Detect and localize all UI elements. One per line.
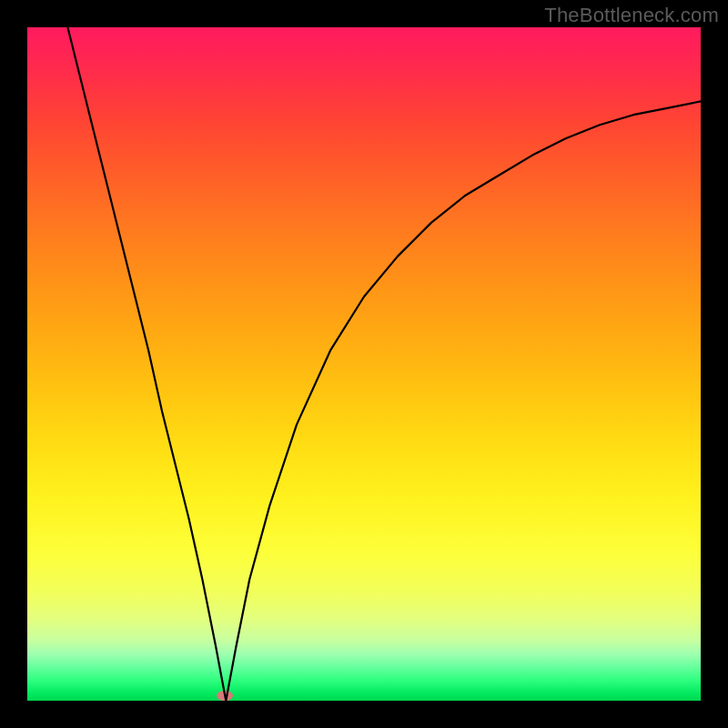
watermark-text: TheBottleneck.com (544, 4, 719, 27)
chart-plot-area (27, 27, 701, 701)
bottleneck-curve (67, 27, 701, 701)
chart-frame: TheBottleneck.com (0, 0, 728, 728)
curve-svg (27, 27, 701, 701)
